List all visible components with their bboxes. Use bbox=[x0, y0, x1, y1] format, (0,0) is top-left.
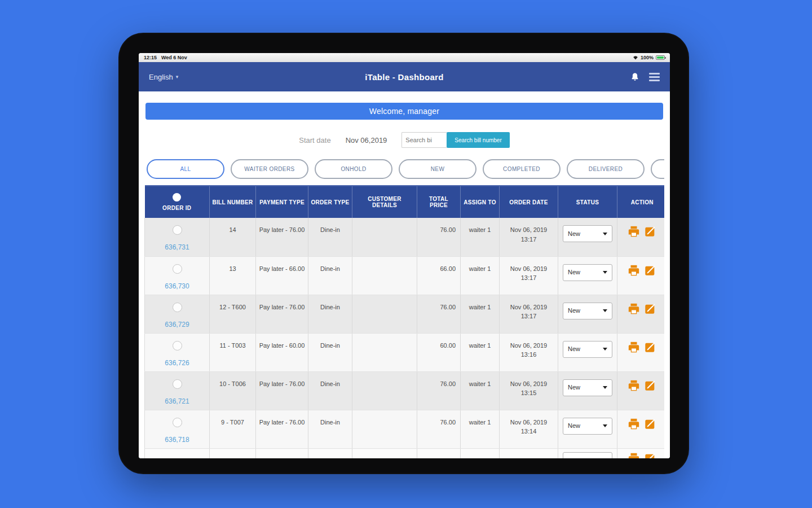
status-dropdown[interactable]: New bbox=[563, 303, 612, 319]
edit-icon[interactable] bbox=[644, 303, 656, 315]
cell-total-price: 76.00 bbox=[417, 410, 461, 448]
order-id-link[interactable]: 636,726 bbox=[147, 358, 207, 368]
cell-order-id: 636,729 bbox=[145, 295, 210, 333]
tablet-screen: 12:15 Wed 6 Nov 100% English ▾ iTable - … bbox=[139, 53, 670, 458]
search-bill-input[interactable] bbox=[401, 132, 447, 148]
cell-assign-to: waiter 1 bbox=[461, 218, 500, 256]
status-dropdown[interactable]: New bbox=[563, 264, 612, 281]
column-header-order-type: ORDER TYPE bbox=[308, 186, 352, 218]
edit-icon[interactable] bbox=[644, 418, 656, 430]
table-row: 636,72912 - T600Pay later - 76.00Dine-in… bbox=[145, 295, 665, 333]
cell-order-type: Dine-in bbox=[308, 295, 352, 333]
printer-icon[interactable] bbox=[628, 341, 640, 353]
partial-cell bbox=[256, 448, 308, 458]
printer-icon[interactable] bbox=[628, 264, 640, 277]
partial-cell bbox=[352, 448, 417, 458]
order-id-link[interactable]: 636,718 bbox=[147, 435, 207, 445]
filter-tab-cutoff[interactable] bbox=[651, 159, 664, 179]
filter-tab-completed[interactable]: COMPLETED bbox=[483, 159, 561, 179]
cell-order-id: 636,726 bbox=[145, 333, 210, 371]
cell-assign-to: waiter 1 bbox=[461, 410, 500, 448]
status-dropdown[interactable]: New bbox=[563, 379, 612, 396]
filter-tab-new[interactable]: NEW bbox=[399, 159, 476, 179]
partial-cell bbox=[417, 448, 461, 458]
status-dropdown[interactable]: New bbox=[563, 225, 612, 242]
filter-tab-onhold[interactable]: ONHOLD bbox=[315, 159, 392, 179]
status-dropdown[interactable]: New bbox=[563, 418, 612, 435]
partial-cell bbox=[617, 448, 665, 458]
cell-order-date: Nov 06, 201913:17 bbox=[500, 256, 558, 295]
printer-icon[interactable] bbox=[628, 452, 640, 459]
hamburger-menu-icon[interactable] bbox=[649, 73, 660, 81]
language-selector[interactable]: English ▾ bbox=[149, 73, 178, 81]
column-header-total-price: TOTAL PRICE bbox=[417, 186, 461, 218]
partial-cell bbox=[145, 448, 210, 458]
cell-order-date: Nov 06, 201913:17 bbox=[500, 218, 558, 256]
status-value: New bbox=[568, 344, 580, 354]
cell-status: New bbox=[558, 295, 617, 333]
row-radio[interactable] bbox=[173, 225, 182, 235]
printer-icon[interactable] bbox=[628, 225, 640, 238]
cell-order-id: 636,718 bbox=[145, 410, 210, 448]
cell-customer-details bbox=[352, 295, 417, 333]
partial-cell bbox=[461, 448, 500, 458]
cell-total-price: 76.00 bbox=[417, 371, 461, 410]
cell-total-price: 60.00 bbox=[417, 333, 461, 371]
order-id-link[interactable]: 636,730 bbox=[147, 281, 207, 291]
filter-tab-all[interactable]: ALL bbox=[147, 159, 224, 179]
start-date-value[interactable]: Nov 06,2019 bbox=[346, 136, 387, 144]
status-dropdown[interactable]: New bbox=[563, 341, 612, 358]
cell-assign-to: waiter 1 bbox=[461, 333, 500, 371]
table-row: 636,7189 - T007Pay later - 76.00Dine-in7… bbox=[145, 410, 665, 448]
cell-payment-type: Pay later - 76.00 bbox=[256, 371, 308, 410]
status-dropdown[interactable] bbox=[563, 452, 612, 459]
cell-payment-type: Pay later - 76.00 bbox=[256, 410, 308, 448]
table-row: 636,73013Pay later - 66.00Dine-in66.00wa… bbox=[145, 256, 665, 295]
cell-total-price: 76.00 bbox=[417, 295, 461, 333]
printer-icon[interactable] bbox=[628, 303, 640, 315]
column-header-order-id: ORDER ID bbox=[145, 186, 210, 218]
edit-icon[interactable] bbox=[644, 264, 656, 277]
cell-action bbox=[617, 256, 665, 295]
column-header-assign-to: ASSIGN TO bbox=[461, 186, 500, 218]
tablet-frame: 12:15 Wed 6 Nov 100% English ▾ iTable - … bbox=[118, 33, 689, 474]
row-radio[interactable] bbox=[173, 264, 182, 274]
search-bill-button[interactable]: Search bill number bbox=[447, 132, 509, 148]
printer-icon[interactable] bbox=[628, 418, 640, 430]
status-bar: 12:15 Wed 6 Nov 100% bbox=[139, 53, 670, 62]
order-id-link[interactable]: 636,731 bbox=[147, 242, 207, 252]
row-radio[interactable] bbox=[173, 418, 182, 427]
printer-icon[interactable] bbox=[628, 379, 640, 392]
welcome-banner: Welcome, manager bbox=[145, 103, 663, 120]
cell-bill-number: 14 bbox=[210, 218, 256, 256]
dropdown-caret-icon bbox=[603, 271, 607, 274]
status-date: Wed 6 Nov bbox=[161, 55, 187, 60]
notification-bell-icon[interactable] bbox=[630, 72, 640, 82]
edit-icon[interactable] bbox=[644, 225, 656, 238]
edit-icon[interactable] bbox=[644, 341, 656, 353]
battery-percent: 100% bbox=[641, 55, 654, 60]
cell-assign-to: waiter 1 bbox=[461, 371, 500, 410]
select-all-circle[interactable] bbox=[173, 193, 181, 202]
filter-tab-delivered[interactable]: DELIVERED bbox=[567, 159, 645, 179]
cell-payment-type: Pay later - 76.00 bbox=[256, 295, 308, 333]
order-id-link[interactable]: 636,721 bbox=[147, 396, 207, 406]
edit-icon[interactable] bbox=[644, 379, 656, 392]
filter-tab-waiter-orders[interactable]: WAITER ORDERS bbox=[231, 159, 308, 179]
cell-customer-details bbox=[352, 218, 417, 256]
order-id-link[interactable]: 636,729 bbox=[147, 319, 207, 330]
cell-assign-to: waiter 1 bbox=[461, 295, 500, 333]
status-value: New bbox=[568, 383, 580, 392]
cell-total-price: 66.00 bbox=[417, 256, 461, 295]
dropdown-caret-icon bbox=[603, 424, 607, 427]
column-header-order-date: ORDER DATE bbox=[500, 186, 558, 218]
row-radio[interactable] bbox=[173, 341, 182, 351]
cell-customer-details bbox=[352, 333, 417, 371]
cell-order-date: Nov 06, 201913:16 bbox=[500, 333, 558, 371]
orders-table-wrap: ORDER IDBILL NUMBERPAYMENT TYPEORDER TYP… bbox=[144, 185, 664, 458]
row-radio[interactable] bbox=[173, 303, 182, 312]
row-radio[interactable] bbox=[173, 379, 182, 389]
partial-cell bbox=[500, 448, 558, 458]
edit-icon[interactable] bbox=[644, 452, 656, 459]
cell-action bbox=[617, 295, 665, 333]
